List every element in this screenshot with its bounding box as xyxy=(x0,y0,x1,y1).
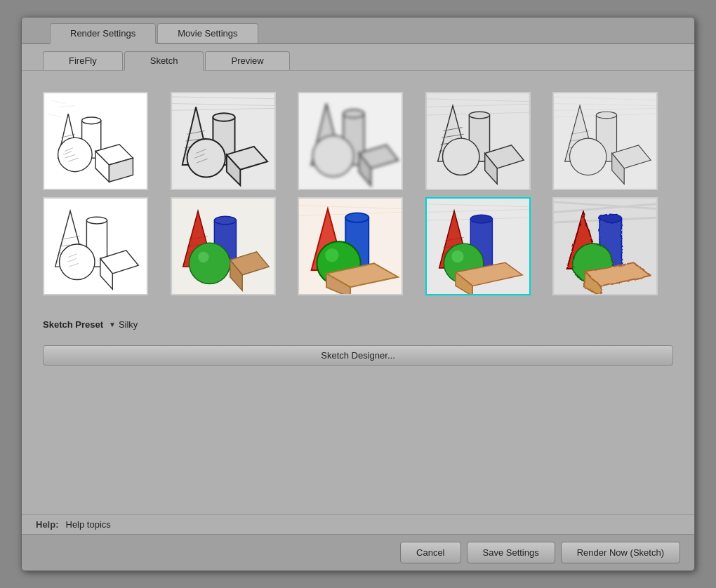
svg-point-52 xyxy=(469,112,489,119)
tab-sketch[interactable]: Sketch xyxy=(124,51,204,71)
thumbnail-2[interactable] xyxy=(171,92,276,190)
save-settings-button[interactable]: Save Settings xyxy=(467,542,555,563)
svg-point-91 xyxy=(189,243,230,283)
svg-point-92 xyxy=(198,252,209,263)
svg-point-125 xyxy=(599,213,621,222)
preset-dropdown[interactable]: ▼ Silky xyxy=(109,319,138,330)
svg-point-39 xyxy=(313,135,354,176)
svg-point-9 xyxy=(82,117,101,124)
svg-point-100 xyxy=(345,213,369,222)
help-label: Help: xyxy=(36,519,59,530)
svg-point-68 xyxy=(570,138,606,175)
thumbnail-9[interactable] xyxy=(425,197,531,295)
main-content: Sketch Preset ▼ Silky Sketch Designer... xyxy=(22,71,694,514)
thumbnail-10[interactable] xyxy=(552,197,658,295)
tab-preview[interactable]: Preview xyxy=(205,51,289,70)
tab-movie-settings[interactable]: Movie Settings xyxy=(157,23,258,43)
svg-point-67 xyxy=(597,112,617,119)
preset-value: Silky xyxy=(119,319,138,330)
top-tab-bar: Render Settings Movie Settings xyxy=(22,18,694,44)
help-bar: Help: Help topics xyxy=(22,514,694,534)
svg-point-29 xyxy=(187,139,225,177)
svg-point-38 xyxy=(343,109,364,118)
thumbnail-3[interactable] xyxy=(298,92,403,190)
thumbnail-7[interactable] xyxy=(171,197,276,295)
bottom-bar: Cancel Save Settings Render Now (Sketch) xyxy=(22,534,694,570)
svg-point-90 xyxy=(214,216,236,225)
thumbnail-5[interactable] xyxy=(552,92,658,190)
second-tab-bar: FireFly Sketch Preview xyxy=(22,44,694,71)
tab-firefly[interactable]: FireFly xyxy=(43,51,123,70)
thumbnail-1[interactable] xyxy=(43,92,148,190)
svg-point-102 xyxy=(325,248,338,262)
svg-point-116 xyxy=(451,250,463,262)
dialog: Render Settings Movie Settings FireFly S… xyxy=(21,17,695,571)
tab-render-settings[interactable]: Render Settings xyxy=(50,23,156,44)
svg-point-28 xyxy=(213,113,234,121)
cancel-button[interactable]: Cancel xyxy=(400,542,460,563)
preset-label: Sketch Preset xyxy=(43,319,103,330)
thumbnail-8[interactable] xyxy=(298,197,403,295)
thumbnail-grid xyxy=(43,85,673,302)
dropdown-arrow-icon: ▼ xyxy=(109,321,116,328)
thumbnail-6[interactable] xyxy=(43,197,148,295)
thumbnail-4[interactable] xyxy=(425,92,531,190)
help-topics-link[interactable]: Help topics xyxy=(66,519,111,530)
svg-point-78 xyxy=(60,244,95,280)
render-now-button[interactable]: Render Now (Sketch) xyxy=(561,542,680,563)
sketch-designer-button[interactable]: Sketch Designer... xyxy=(43,345,673,366)
svg-point-53 xyxy=(442,138,479,175)
svg-point-114 xyxy=(470,215,492,223)
preset-row: Sketch Preset ▼ Silky xyxy=(43,319,673,330)
svg-point-77 xyxy=(86,217,107,224)
